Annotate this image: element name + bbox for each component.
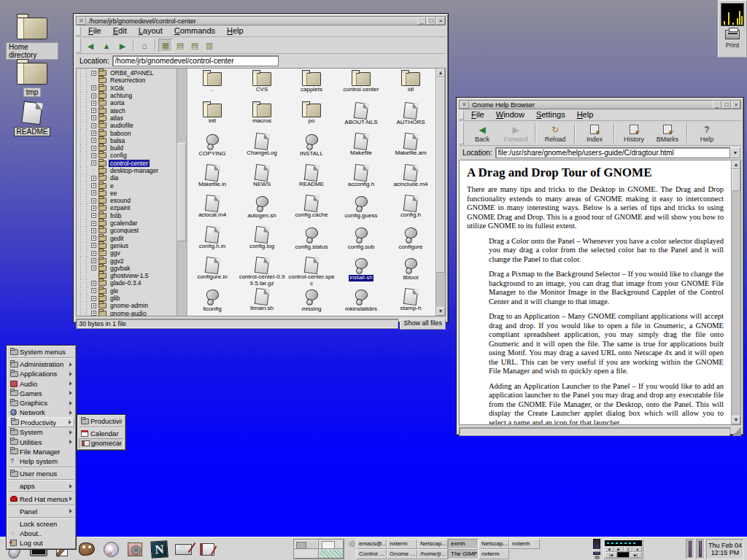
menu-item-audio[interactable]: Audio — [8, 379, 74, 389]
file-icon-item[interactable]: libtool — [386, 256, 436, 287]
tree-item[interactable]: +atech — [77, 106, 177, 114]
detailed-view-button[interactable]: ▤ — [187, 39, 202, 52]
tree-item[interactable]: +ggv2 — [77, 257, 177, 264]
mixer-launcher[interactable] — [124, 538, 146, 560]
cd-player-launcher[interactable] — [100, 538, 122, 560]
toolbar-grip[interactable] — [76, 38, 81, 52]
tree-scrollbar[interactable] — [177, 69, 186, 316]
tree-expander-icon[interactable]: + — [91, 236, 96, 241]
menu-item-red-hat-menus[interactable]: Red Hat menus — [8, 494, 74, 503]
file-icon-item[interactable]: ltmain.sh — [237, 287, 287, 316]
window-menu-icon[interactable]: ≡ — [77, 17, 86, 25]
file-scrollbar[interactable]: ▲ ▼ — [436, 69, 445, 316]
task-button[interactable]: nxterm — [509, 539, 540, 549]
file-icon-item[interactable]: configure.in — [187, 256, 237, 287]
maximize-button[interactable]: □ — [722, 101, 731, 109]
file-icon-item[interactable]: autogen.sh — [237, 194, 287, 225]
tree-item[interactable]: +ORBit_4PANEL — [77, 69, 177, 77]
file-icon-item[interactable]: ABOUT-NLS — [336, 101, 386, 133]
volume-applet[interactable] — [592, 539, 601, 559]
menu-item-file-manager[interactable]: File Manager — [8, 447, 74, 456]
scrollbar-thumb[interactable] — [732, 169, 740, 191]
file-icon-item[interactable]: config.sub — [336, 225, 386, 257]
menu-item-graphics[interactable]: Graphics — [8, 398, 74, 408]
menu-item-user-menus[interactable]: User menus — [8, 469, 74, 478]
tree-item[interactable]: +ggvbak — [77, 265, 177, 272]
file-icon-item[interactable]: NEWS — [237, 163, 287, 195]
file-icon-item[interactable]: configure — [386, 225, 436, 257]
custom-view-button[interactable]: ▥ — [202, 39, 217, 52]
menu-help[interactable]: Help — [571, 109, 600, 120]
print-launcher-label[interactable]: Print — [726, 42, 740, 49]
task-button[interactable]: The GIMP — [448, 549, 479, 559]
menu-edit[interactable]: Edit — [107, 26, 133, 36]
index-button[interactable]: Index — [578, 124, 611, 143]
tree-item[interactable]: ·ghostview-1.5 — [77, 272, 177, 279]
gimp-launcher[interactable] — [76, 538, 98, 560]
tree-item[interactable]: +gconquest — [77, 227, 177, 234]
tree-expander-icon[interactable]: + — [91, 123, 96, 128]
close-button[interactable]: × — [436, 17, 445, 25]
tree-item[interactable]: +achtung — [77, 92, 177, 99]
file-icon-item[interactable]: config.h.in — [187, 225, 237, 257]
pager-desk-1[interactable] — [294, 540, 319, 549]
task-button[interactable]: emacs@... — [356, 539, 387, 549]
menu-help[interactable]: Help — [221, 26, 249, 36]
menu-item-games[interactable]: Games — [8, 389, 74, 398]
file-icon-item[interactable]: acconfig.h — [336, 163, 386, 195]
window-menu-icon[interactable]: ≡ — [460, 101, 469, 109]
tree-item[interactable]: +atlas — [77, 114, 177, 122]
file-icon-item[interactable]: acinclude.m4 — [386, 163, 436, 195]
file-icon-item[interactable]: control-center — [336, 70, 386, 101]
tree-item[interactable]: +esound — [77, 197, 177, 204]
menu-item-productivity[interactable]: Productivity — [8, 417, 74, 427]
tree-expander-icon[interactable]: + — [91, 243, 96, 248]
bmarks-button[interactable]: BMarks — [651, 124, 684, 143]
volume-knob[interactable] — [593, 549, 600, 552]
history-button[interactable]: History — [617, 124, 651, 143]
tree-expander-icon[interactable]: + — [91, 281, 96, 286]
task-button[interactable]: /home/jr... — [417, 549, 448, 559]
back-button[interactable]: ◀Back — [465, 124, 499, 143]
toolbar-grip[interactable] — [459, 122, 464, 144]
task-button[interactable]: nxterm — [387, 539, 417, 549]
pager-desk-3[interactable] — [294, 549, 319, 559]
scroll-up-arrow[interactable]: ▲ — [732, 160, 740, 169]
file-icon-item[interactable]: config.h — [386, 194, 436, 225]
tree-item[interactable]: +config — [77, 152, 177, 159]
tree-expander-icon[interactable]: + — [91, 138, 96, 143]
scroll-down-arrow[interactable]: ▼ — [436, 307, 445, 316]
file-icon-item[interactable]: CVS — [237, 70, 287, 101]
tree-item[interactable]: +fnlib — [77, 212, 177, 219]
pager-desk-2[interactable] — [319, 540, 344, 549]
back-button[interactable]: ◀ — [82, 39, 98, 52]
menu-layout[interactable]: Layout — [133, 26, 169, 36]
tree-expander-icon[interactable]: + — [91, 108, 96, 113]
menu-item-lock-screen[interactable]: Lock screen — [8, 519, 74, 529]
printer-icon[interactable] — [725, 30, 740, 39]
volume-slider[interactable] — [593, 539, 600, 555]
menu-item-help-system[interactable]: ?Help system — [8, 456, 74, 466]
file-icon-item[interactable]: ltconfig — [187, 287, 237, 316]
menu-file[interactable]: File — [82, 26, 107, 36]
content-scrollbar[interactable]: ▲ ▼ — [731, 160, 740, 424]
tree-expander-icon[interactable]: + — [91, 213, 96, 218]
file-icon-item[interactable]: control-center.spec — [287, 256, 336, 287]
tree-item[interactable]: +dia — [77, 174, 177, 182]
netscape-launcher[interactable]: N — [148, 538, 170, 560]
file-icon-item[interactable]: README — [287, 163, 336, 195]
tree-expander-icon[interactable]: + — [91, 115, 96, 120]
toolbar-grip[interactable] — [459, 110, 464, 120]
file-icon-item[interactable]: INSTALL — [287, 132, 336, 163]
menu-item-applications[interactable]: Applications — [8, 369, 74, 378]
file-icon-item[interactable]: control-center-0.99.5.tar.gz — [237, 256, 287, 287]
tree-expander-icon[interactable]: + — [91, 228, 96, 233]
scrollbar-thumb[interactable] — [177, 143, 186, 242]
tree-item[interactable]: +glib — [77, 295, 177, 302]
tree-expander-icon[interactable]: + — [91, 221, 96, 226]
file-icon-item[interactable]: macros — [237, 101, 287, 133]
file-icon-item[interactable]: AUTHORS — [386, 101, 436, 133]
tree-item[interactable]: +balsa — [77, 137, 177, 144]
forward-button[interactable]: ▶ — [115, 39, 131, 52]
tree-expander-icon[interactable]: + — [91, 71, 96, 76]
